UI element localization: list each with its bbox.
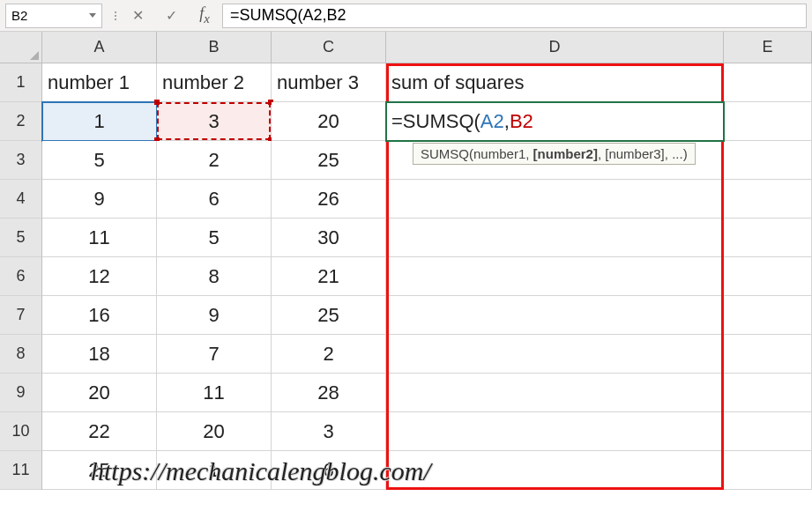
- row-header-11[interactable]: 11: [0, 451, 42, 490]
- name-box-value: B2: [11, 8, 27, 23]
- cell-E7[interactable]: [724, 296, 812, 335]
- cell-B9[interactable]: 11: [157, 374, 272, 412]
- name-box[interactable]: B2: [5, 4, 102, 28]
- col-header-A[interactable]: A: [42, 32, 157, 63]
- cell-A2[interactable]: 1: [42, 102, 157, 141]
- cell-A9[interactable]: 20: [42, 374, 157, 412]
- row-header-2[interactable]: 2: [0, 102, 42, 141]
- cell-E9[interactable]: [724, 374, 812, 412]
- cell-A3[interactable]: 5: [42, 141, 157, 180]
- main-cells-area: A B C D E number 1 number 2 number 3 sum…: [42, 32, 812, 511]
- col-header-B[interactable]: B: [157, 32, 272, 63]
- row-header-7[interactable]: 7: [0, 296, 42, 335]
- cell-C4[interactable]: 26: [272, 180, 386, 218]
- cell-A7[interactable]: 16: [42, 296, 157, 335]
- cell-C10[interactable]: 3: [272, 412, 386, 451]
- cell-A6[interactable]: 12: [42, 257, 157, 296]
- cell-C6[interactable]: 21: [272, 257, 386, 296]
- formula-input-text: =SUMSQ(A2,B2: [230, 6, 346, 25]
- cell-C9[interactable]: 28: [272, 374, 386, 412]
- cell-B10[interactable]: 20: [157, 412, 272, 451]
- marching-ants-corner: [154, 100, 160, 105]
- cell-A10[interactable]: 22: [42, 412, 157, 451]
- cell-D1[interactable]: sum of squares: [386, 63, 724, 102]
- col-header-C[interactable]: C: [272, 32, 386, 63]
- cell-C8[interactable]: 2: [272, 335, 386, 374]
- cell-D5[interactable]: [386, 218, 724, 257]
- cell-C3[interactable]: 25: [272, 141, 386, 180]
- cell-D4[interactable]: [386, 180, 724, 218]
- select-all-corner[interactable]: [0, 32, 42, 63]
- row-header-column: 1 2 3 4 5 6 7 8 9 10 11: [0, 32, 42, 511]
- cell-B2[interactable]: 3: [157, 102, 272, 141]
- row-header-9[interactable]: 9: [0, 374, 42, 412]
- cell-A1[interactable]: number 1: [42, 63, 157, 102]
- cell-B4[interactable]: 6: [157, 180, 272, 218]
- cell-E6[interactable]: [724, 257, 812, 296]
- cell-D9[interactable]: [386, 374, 724, 412]
- cell-B1[interactable]: number 2: [157, 63, 272, 102]
- cell-E11[interactable]: [724, 451, 812, 490]
- cell-E4[interactable]: [724, 180, 812, 218]
- cell-C7[interactable]: 25: [272, 296, 386, 335]
- cell-E8[interactable]: [724, 335, 812, 374]
- cell-D11[interactable]: [386, 451, 724, 490]
- col-header-E[interactable]: E: [724, 32, 812, 63]
- cell-A4[interactable]: 9: [42, 180, 157, 218]
- cell-E1[interactable]: [724, 63, 812, 102]
- cell-C5[interactable]: 30: [272, 218, 386, 257]
- row-header-3[interactable]: 3: [0, 141, 42, 180]
- fx-icon[interactable]: fx: [196, 4, 213, 26]
- col-header-D[interactable]: D: [386, 32, 724, 63]
- cell-B11[interactable]: 1: [157, 451, 272, 490]
- spreadsheet-grid: 1 2 3 4 5 6 7 8 9 10 11 A B C D E number…: [0, 32, 812, 511]
- formula-bar: B2 ✕ ✓ fx =SUMSQ(A2,B2: [0, 0, 812, 32]
- cell-A8[interactable]: 18: [42, 335, 157, 374]
- cell-E2[interactable]: [724, 102, 812, 141]
- cells-body: number 1 number 2 number 3 sum of square…: [42, 63, 812, 490]
- cell-B2-value: 3: [208, 110, 219, 133]
- cell-C1[interactable]: number 3: [272, 63, 386, 102]
- cell-C11[interactable]: 6: [272, 451, 386, 490]
- cell-B5[interactable]: 5: [157, 218, 272, 257]
- cell-C2[interactable]: 20: [272, 102, 386, 141]
- cell-D10[interactable]: [386, 412, 724, 451]
- accept-formula-icon[interactable]: ✓: [162, 7, 180, 24]
- column-headers: A B C D E: [42, 32, 812, 63]
- cell-D7[interactable]: [386, 296, 724, 335]
- cell-D8[interactable]: [386, 335, 724, 374]
- name-box-dropdown-icon[interactable]: [89, 13, 96, 18]
- cell-E10[interactable]: [724, 412, 812, 451]
- row-header-5[interactable]: 5: [0, 218, 42, 257]
- cell-E5[interactable]: [724, 218, 812, 257]
- row-header-6[interactable]: 6: [0, 257, 42, 296]
- cell-E3[interactable]: [724, 141, 812, 180]
- editing-formula-text: =SUMSQ(A2,B2: [391, 110, 533, 133]
- cell-A11[interactable]: 25: [42, 451, 157, 490]
- divider-icon: [111, 11, 120, 20]
- row-header-10[interactable]: 10: [0, 412, 42, 451]
- cell-B8[interactable]: 7: [157, 335, 272, 374]
- cell-B7[interactable]: 9: [157, 296, 272, 335]
- cell-B3[interactable]: 2: [157, 141, 272, 180]
- cell-D6[interactable]: [386, 257, 724, 296]
- row-header-1[interactable]: 1: [0, 63, 42, 102]
- cell-B6[interactable]: 8: [157, 257, 272, 296]
- function-arguments-tooltip[interactable]: SUMSQ(number1, [number2], [number3], ...…: [413, 143, 696, 165]
- cancel-formula-icon[interactable]: ✕: [129, 7, 146, 24]
- row-header-4[interactable]: 4: [0, 180, 42, 218]
- cell-D2[interactable]: =SUMSQ(A2,B2 SUMSQ(number1, [number2], […: [386, 102, 724, 141]
- cell-A5[interactable]: 11: [42, 218, 157, 257]
- formula-input[interactable]: =SUMSQ(A2,B2: [222, 4, 807, 28]
- row-header-8[interactable]: 8: [0, 335, 42, 374]
- formula-bar-buttons: ✕ ✓ fx: [129, 4, 213, 26]
